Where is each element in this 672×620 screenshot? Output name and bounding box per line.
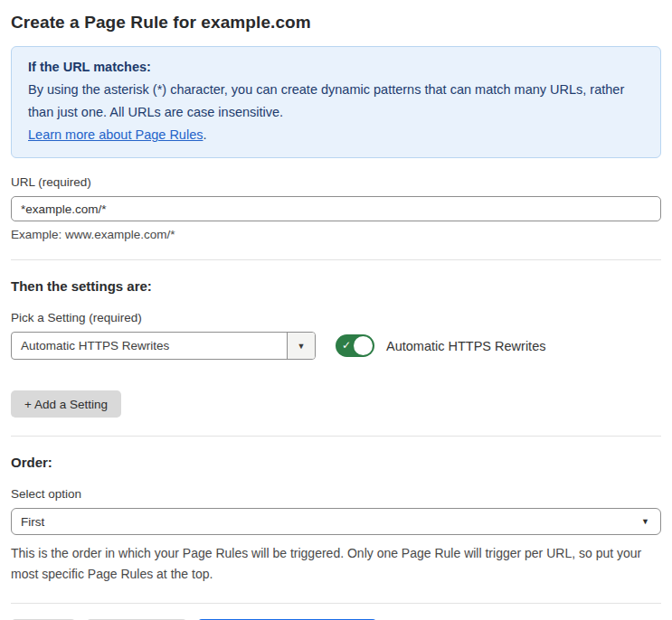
- order-section-heading: Order:: [11, 455, 661, 470]
- setting-select-arrow-button[interactable]: ▼: [287, 333, 315, 359]
- learn-more-link[interactable]: Learn more about Page Rules: [28, 127, 203, 142]
- url-match-info-box: If the URL matches: By using the asteris…: [11, 46, 661, 158]
- url-input[interactable]: [11, 196, 661, 221]
- dropdown-arrow-icon: ▼: [641, 517, 649, 526]
- divider: [11, 436, 661, 437]
- pick-setting-label: Pick a Setting (required): [11, 311, 661, 324]
- link-period: .: [203, 127, 206, 142]
- settings-section-heading: Then the settings are:: [11, 278, 661, 294]
- info-box-body: By using the asterisk (*) character, you…: [28, 79, 644, 124]
- order-select[interactable]: First ▼: [11, 508, 661, 535]
- dropdown-arrow-icon: ▼: [298, 342, 306, 351]
- create-page-rule-form: Create a Page Rule for example.com If th…: [0, 0, 672, 620]
- automatic-https-rewrites-toggle[interactable]: ✓: [336, 334, 374, 357]
- setting-row: Automatic HTTPS Rewrites ▼ ✓ Automatic H…: [11, 332, 661, 360]
- setting-select-value: Automatic HTTPS Rewrites: [12, 333, 287, 359]
- url-field-helper: Example: www.example.com/*: [11, 228, 661, 241]
- setting-select[interactable]: Automatic HTTPS Rewrites ▼: [11, 332, 316, 360]
- order-helper-text: This is the order in which your Page Rul…: [11, 543, 661, 585]
- toggle-knob: [354, 336, 373, 355]
- url-field-label: URL (required): [11, 175, 661, 189]
- check-icon: ✓: [342, 338, 351, 353]
- order-select-label: Select option: [11, 487, 661, 501]
- add-setting-button[interactable]: + Add a Setting: [11, 390, 121, 418]
- page-title: Create a Page Rule for example.com: [11, 13, 661, 33]
- divider: [11, 603, 661, 604]
- divider: [11, 259, 661, 260]
- info-box-link-line: Learn more about Page Rules.: [28, 124, 644, 146]
- info-box-heading: If the URL matches:: [28, 56, 644, 79]
- toggle-label: Automatic HTTPS Rewrites: [386, 339, 545, 353]
- order-select-value: First: [21, 515, 44, 529]
